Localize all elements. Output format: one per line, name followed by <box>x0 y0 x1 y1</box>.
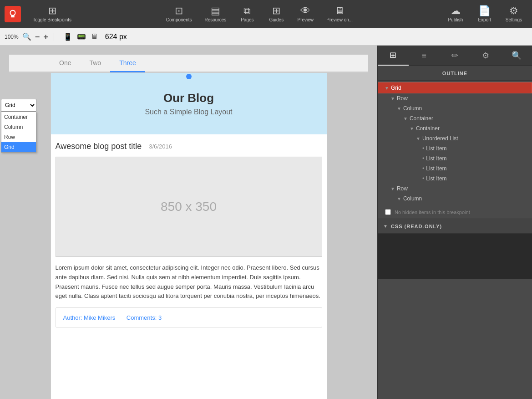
zoom-out-button[interactable]: 🔍 <box>22 32 31 41</box>
tab-three[interactable]: Three <box>110 55 145 72</box>
tree-item[interactable]: •List Item <box>378 174 532 184</box>
breakpoints-icon: ⊞ <box>48 6 56 16</box>
resources-button[interactable]: ▤ Resources <box>199 6 232 22</box>
panel-tabs: ⊞ ≡ ✏ ⚙ 🔍 <box>378 46 532 66</box>
tree-item[interactable]: ▼Container <box>378 113 532 123</box>
tree-expand-arrow: ▼ <box>410 126 414 131</box>
css-title: CSS (READ-ONLY) <box>391 224 442 229</box>
guides-icon: ⊞ <box>272 6 280 16</box>
mobile-device-icon[interactable]: 📱 <box>63 32 72 41</box>
canvas-px-display: 624 px <box>105 33 127 41</box>
components-button[interactable]: ⊡ Components <box>161 6 198 22</box>
toggle-breakpoints-button[interactable]: ⊞ Toggle Breakpoints <box>27 6 77 22</box>
page-canvas: Our Blog Such a Simple Blog Layout Aweso… <box>51 72 327 399</box>
tree-expand-arrow: ▼ <box>397 196 401 201</box>
tree-expand-arrow: ▼ <box>390 96 395 101</box>
dropdown-item-grid[interactable]: Grid <box>1 142 36 152</box>
right-panel: ⊞ ≡ ✏ ⚙ 🔍 OUTLINE ▼Grid▼Row▼Column▼Conta… <box>377 46 532 399</box>
tree-item[interactable]: •List Item <box>378 143 532 153</box>
post-title: Awesome blog post title <box>56 142 142 151</box>
tree-item[interactable]: ▼Column <box>378 194 532 204</box>
desktop-device-icon[interactable]: 🖥 <box>91 32 98 41</box>
css-section: ▼ CSS (READ-ONLY) <box>378 219 532 279</box>
preview-on-button[interactable]: 🖥 Preview on... <box>321 6 358 22</box>
post-body-text: Lorem ipsum dolor sit amet, consectetur … <box>56 263 322 301</box>
post-author-link[interactable]: Author: Mike Mikers <box>63 314 116 321</box>
panel-tab-settings[interactable]: ⚙ <box>470 46 501 66</box>
blog-body: Awesome blog post title 3/6/2016 850 x 3… <box>51 134 327 335</box>
tab-one[interactable]: One <box>50 55 80 72</box>
tablet-device-icon[interactable]: 📟 <box>77 32 86 41</box>
post-comments-link[interactable]: Comments: 3 <box>127 314 162 321</box>
settings-icon: ⚙ <box>509 6 518 16</box>
tree-item[interactable]: ▼Row <box>378 184 532 194</box>
css-body <box>378 234 532 279</box>
pages-button[interactable]: ⧉ Pages <box>233 6 261 22</box>
pages-icon: ⧉ <box>243 6 251 16</box>
post-date: 3/6/2016 <box>149 143 172 150</box>
export-button[interactable]: 📄 Export <box>471 6 498 22</box>
outline-tree: ▼Grid▼Row▼Column▼Container▼Container▼Uno… <box>378 81 532 205</box>
post-footer: Author: Mike Mikers Comments: 3 <box>56 307 322 327</box>
zoom-decrease-button[interactable]: − <box>35 33 40 41</box>
top-toolbar: ⊞ Toggle Breakpoints ⊡ Components ▤ Reso… <box>0 0 532 28</box>
tree-item[interactable]: ▼Row <box>378 93 532 103</box>
zoom-bar: 100% 🔍 − + 📱 📟 🖥 624 px <box>0 28 532 46</box>
element-type-select[interactable]: Grid <box>1 99 36 112</box>
guides-button[interactable]: ⊞ Guides <box>263 6 290 22</box>
settings-button[interactable]: ⚙ Settings <box>500 6 527 22</box>
zoom-percent: 100% <box>5 34 19 40</box>
publish-icon: ☁ <box>451 6 461 16</box>
preview-on-icon: 🖥 <box>334 6 345 16</box>
app-logo <box>5 6 21 22</box>
panel-tab-search[interactable]: 🔍 <box>501 46 532 66</box>
tree-item[interactable]: ▼Unordered List <box>378 133 532 143</box>
dropdown-item-container[interactable]: Container <box>1 112 36 122</box>
preview-icon: 👁 <box>300 6 310 16</box>
zoom-increase-button[interactable]: + <box>43 33 48 41</box>
outline-header: OUTLINE <box>378 66 532 81</box>
canvas-area[interactable]: Grid Container Column Row Grid One Two T… <box>0 46 377 399</box>
blog-title: Our Blog <box>60 91 318 105</box>
tree-item[interactable]: •List Item <box>378 153 532 164</box>
publish-button[interactable]: ☁ Publish <box>442 6 469 22</box>
dropdown-item-column[interactable]: Column <box>1 122 36 132</box>
blog-header: Our Blog Such a Simple Blog Layout <box>51 73 327 134</box>
tree-item[interactable]: ▼Column <box>378 103 532 113</box>
tree-expand-arrow: ▼ <box>416 136 421 141</box>
main-area: Grid Container Column Row Grid One Two T… <box>0 46 532 399</box>
resources-icon: ▤ <box>211 6 220 16</box>
breakpoint-indicator <box>186 74 192 79</box>
tree-expand-arrow: ▼ <box>385 86 389 91</box>
tree-bullet-icon: • <box>422 145 424 152</box>
components-icon: ⊡ <box>175 6 183 16</box>
preview-button[interactable]: 👁 Preview <box>292 6 319 22</box>
no-hidden-label: No hidden items in this breakpoint <box>395 210 470 215</box>
no-hidden-checkbox[interactable] <box>385 209 391 215</box>
element-type-dropdown-container: Grid Container Column Row Grid <box>1 99 36 112</box>
css-header[interactable]: ▼ CSS (READ-ONLY) <box>378 219 532 234</box>
post-meta: Awesome blog post title 3/6/2016 <box>56 142 322 151</box>
tree-item[interactable]: ▼Grid <box>378 82 532 93</box>
tab-two[interactable]: Two <box>80 55 110 72</box>
tree-expand-arrow: ▼ <box>397 106 401 111</box>
tree-expand-arrow: ▼ <box>403 116 408 121</box>
panel-tab-css-edit[interactable]: ✏ <box>440 46 471 66</box>
export-icon: 📄 <box>478 6 491 16</box>
blog-subtitle: Such a Simple Blog Layout <box>60 108 318 116</box>
post-image-placeholder: 850 x 350 <box>56 157 322 257</box>
tree-item[interactable]: •List Item <box>378 164 532 174</box>
dropdown-list: Container Column Row Grid <box>1 112 36 153</box>
outline-title: OUTLINE <box>442 71 467 76</box>
tree-item[interactable]: ▼Container <box>378 123 532 133</box>
css-collapse-arrow: ▼ <box>383 224 388 229</box>
page-tab-nav: One Two Three <box>9 55 368 72</box>
tree-bullet-icon: • <box>422 155 424 162</box>
tree-bullet-icon: • <box>422 165 424 172</box>
tree-expand-arrow: ▼ <box>390 186 395 191</box>
no-hidden-items: No hidden items in this breakpoint <box>378 205 532 219</box>
dropdown-item-row[interactable]: Row <box>1 132 36 142</box>
panel-tab-layout[interactable]: ⊞ <box>378 46 409 66</box>
panel-tab-style[interactable]: ≡ <box>409 46 440 66</box>
tree-bullet-icon: • <box>422 175 424 182</box>
